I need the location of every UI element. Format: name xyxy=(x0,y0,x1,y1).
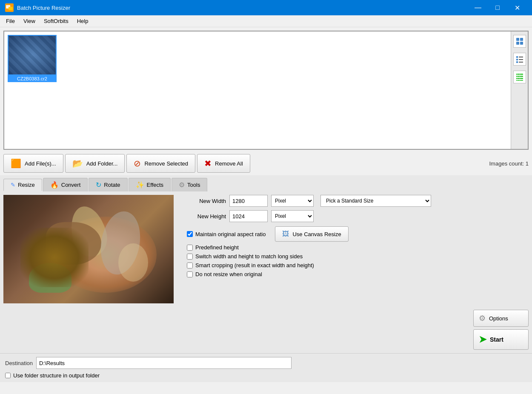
canvas-resize-button[interactable]: 🖼 Use Canvas Resize xyxy=(275,226,348,242)
switch-sides-checkbox[interactable] xyxy=(187,254,193,260)
remove-selected-label: Remove Selected xyxy=(144,160,188,167)
svg-rect-3 xyxy=(516,38,519,41)
add-file-icon: 🟧 xyxy=(11,158,21,168)
start-button-small[interactable]: ➤ Start xyxy=(473,329,529,350)
svg-rect-9 xyxy=(516,59,518,60)
minimize-button[interactable]: — xyxy=(468,0,488,15)
remove-all-label: Remove All xyxy=(215,160,243,167)
canvas-icon: 🖼 xyxy=(282,230,289,238)
switch-sides-label: Switch width and height to match long si… xyxy=(195,253,303,260)
image-grid: CZ2B0383.cr2 xyxy=(4,31,528,86)
tab-area: ✎ Resize 🔥 Convert ↻ Rotate ✨ Effects ⚙ … xyxy=(0,175,532,191)
svg-rect-4 xyxy=(520,38,523,41)
height-unit-select[interactable]: Pixel Percent cm inch xyxy=(271,210,314,222)
window-controls: — □ ✕ xyxy=(468,0,527,15)
canvas-resize-label: Use Canvas Resize xyxy=(292,231,341,237)
svg-rect-2 xyxy=(9,7,13,10)
tools-icon: ⚙ xyxy=(179,181,185,189)
no-resize-label: Do not resize when original xyxy=(195,271,262,277)
thumb-filename: CZ2B0383.cr2 xyxy=(8,75,57,82)
effects-icon: ✨ xyxy=(136,181,144,189)
tab-effects[interactable]: ✨ Effects xyxy=(129,178,171,191)
tab-rotate[interactable]: ↻ Rotate xyxy=(89,178,127,191)
image-preview xyxy=(3,195,174,303)
svg-rect-12 xyxy=(519,62,523,63)
tab-resize[interactable]: ✎ Resize xyxy=(3,179,42,191)
menu-view[interactable]: View xyxy=(19,16,40,26)
maintain-ratio-label: Maintain original aspect ratio xyxy=(195,231,266,237)
menu-file[interactable]: File xyxy=(2,16,19,26)
close-button[interactable]: ✕ xyxy=(507,0,527,15)
predefined-height-checkbox[interactable] xyxy=(187,245,193,251)
tab-convert[interactable]: 🔥 Convert xyxy=(43,178,88,191)
folder-structure-checkbox[interactable] xyxy=(5,373,11,378)
add-folder-button[interactable]: 📂 Add Folder... xyxy=(65,154,125,173)
resize-icon: ✎ xyxy=(11,182,15,188)
lower-area: New Width Pixel Percent cm inch Pick a S… xyxy=(0,191,532,353)
predefined-height-label: Predefined height xyxy=(195,244,239,251)
options-label: Options xyxy=(489,315,508,322)
options-button[interactable]: ⚙ Options xyxy=(473,310,529,327)
destination-label: Destination xyxy=(5,360,33,366)
add-folder-icon: 📂 xyxy=(72,158,83,168)
images-count: Images count: 1 xyxy=(489,160,529,167)
folder-structure-label: Use folder structure in output folder xyxy=(13,372,100,379)
standard-size-select[interactable]: Pick a Standard Size xyxy=(320,195,431,207)
tab-bar: ✎ Resize 🔥 Convert ↻ Rotate ✨ Effects ⚙ … xyxy=(3,175,529,191)
add-files-label: Add File(s)... xyxy=(25,160,56,167)
add-files-button[interactable]: 🟧 Add File(s)... xyxy=(3,154,63,173)
destination-row: Destination xyxy=(5,357,527,369)
new-height-label: New Height xyxy=(183,213,226,220)
height-row: New Height Pixel Percent cm inch xyxy=(183,210,525,222)
rotate-icon: ↻ xyxy=(96,181,101,189)
add-folder-label: Add Folder... xyxy=(86,160,118,167)
smart-crop-label: Smart cropping (result in exact width an… xyxy=(195,262,314,268)
preview-column xyxy=(0,191,177,353)
svg-rect-6 xyxy=(520,42,523,45)
image-thumbnail[interactable]: CZ2B0383.cr2 xyxy=(8,35,57,82)
smart-crop-checkbox[interactable] xyxy=(187,263,193,268)
maximize-button[interactable]: □ xyxy=(488,0,507,15)
no-resize-row: Do not resize when original xyxy=(183,271,525,277)
svg-rect-18 xyxy=(520,74,520,81)
remove-all-button[interactable]: ✖ Remove All xyxy=(197,154,250,173)
svg-rect-17 xyxy=(518,74,518,81)
svg-rect-7 xyxy=(516,56,518,58)
menu-help[interactable]: Help xyxy=(73,16,93,26)
app-icon xyxy=(5,3,14,12)
list-view-btn[interactable] xyxy=(513,53,526,66)
svg-rect-11 xyxy=(516,61,518,63)
tab-tools[interactable]: ⚙ Tools xyxy=(172,178,207,191)
titlebar: Batch Picture Resizer — □ ✕ xyxy=(0,0,532,15)
menu-softorbits[interactable]: SoftOrbits xyxy=(40,16,73,26)
new-height-input[interactable] xyxy=(229,210,268,222)
thumb-preview xyxy=(8,35,57,75)
width-unit-select[interactable]: Pixel Percent cm inch xyxy=(271,195,314,207)
image-browser-area: CZ2B0383.cr2 xyxy=(3,31,529,150)
remove-selected-button[interactable]: ⊘ Remove Selected xyxy=(126,154,195,173)
start-small-label: Start xyxy=(490,336,503,343)
start-small-arrow-icon: ➤ xyxy=(479,334,486,345)
destination-input[interactable] xyxy=(36,357,292,369)
toolbar: 🟧 Add File(s)... 📂 Add Folder... ⊘ Remov… xyxy=(0,151,532,175)
destination-section: Destination Use folder structure in outp… xyxy=(0,353,532,382)
gear-icon: ⚙ xyxy=(479,314,486,323)
app-title: Batch Picture Resizer xyxy=(17,5,468,11)
details-view-btn[interactable] xyxy=(513,71,526,83)
svg-rect-5 xyxy=(516,42,519,45)
convert-icon: 🔥 xyxy=(50,181,59,189)
maintain-ratio-checkbox[interactable] xyxy=(187,231,193,237)
large-icons-btn[interactable] xyxy=(513,35,526,48)
svg-rect-8 xyxy=(519,57,523,57)
remove-sel-icon: ⊘ xyxy=(134,158,141,168)
folder-structure-row: Use folder structure in output folder xyxy=(5,372,527,379)
remove-all-icon: ✖ xyxy=(204,158,212,168)
new-width-label: New Width xyxy=(183,198,226,204)
predefined-height-row: Predefined height xyxy=(183,244,525,251)
smart-crop-row: Smart cropping (result in exact width an… xyxy=(183,262,525,268)
new-width-input[interactable] xyxy=(229,195,268,207)
width-row: New Width Pixel Percent cm inch Pick a S… xyxy=(183,195,525,207)
no-resize-checkbox[interactable] xyxy=(187,271,193,277)
bottom-right-controls: ⚙ Options ➤ Start xyxy=(473,310,529,350)
view-controls xyxy=(511,31,528,149)
